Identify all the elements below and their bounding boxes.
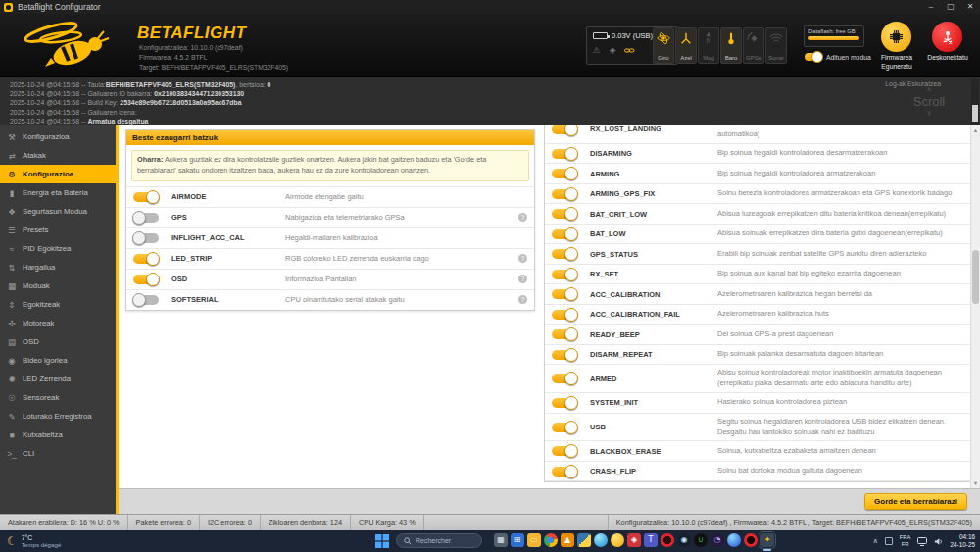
taskbar-app-icon[interactable]: [744, 533, 758, 547]
content-scrollbar[interactable]: ▲ ▼: [970, 125, 980, 488]
firmware-flasher-button[interactable]: [881, 22, 911, 52]
beeper-toggle[interactable]: [552, 374, 577, 383]
sidebar-item[interactable]: ■ Kutxabeltza: [0, 426, 116, 444]
log-scrollbar-thumb[interactable]: [972, 105, 978, 122]
taskbar-clock[interactable]: 04:16 24-10-25: [950, 533, 975, 549]
taskbar-app-icon[interactable]: ◉: [677, 533, 691, 547]
scrollbar-down-arrow[interactable]: ▼: [971, 478, 980, 488]
app-statusbar: Atakaren erabilera: D: 16 % U: 0 %Pakete…: [0, 514, 980, 530]
taskbar-app-icon[interactable]: [577, 533, 591, 547]
sidebar-item[interactable]: ▮ Energia eta Bateria: [0, 183, 116, 202]
content-scrollbar-thumb[interactable]: [972, 250, 979, 304]
beeper-toggle[interactable]: [552, 398, 577, 408]
beeper-toggle[interactable]: [552, 209, 577, 219]
sidebar-item[interactable]: ✺ LED Zerrenda: [0, 370, 116, 388]
sidebar-item[interactable]: >_ CLI: [0, 444, 116, 463]
help-icon[interactable]: ?: [518, 275, 527, 283]
beeper-toggle[interactable]: [552, 329, 577, 339]
taskbar-app-icon[interactable]: ◈: [627, 533, 641, 547]
tray-app-icon[interactable]: [885, 537, 893, 545]
beeper-toggle[interactable]: [552, 350, 577, 360]
beeper-toggle[interactable]: [552, 446, 577, 456]
taskbar-app-icon[interactable]: ●: [544, 533, 558, 547]
sidebar-item[interactable]: ≈ PID Egokitzea: [0, 239, 116, 258]
scroll-down-icon[interactable]: ∨: [904, 110, 955, 116]
scroll-up-icon[interactable]: ∧: [904, 86, 955, 92]
app-header: BETAFLIGHT Konfiguratzailea: 10.10.0 (c9…: [0, 14, 980, 76]
expert-mode-toggle[interactable]: [805, 53, 822, 61]
help-icon[interactable]: ?: [518, 254, 527, 263]
taskbar-app-glyph: ◔: [714, 533, 721, 547]
feature-toggle[interactable]: [133, 192, 159, 202]
feature-toggle[interactable]: [133, 254, 159, 264]
sidebar-item[interactable]: ⚒ Konfigurazioa: [0, 127, 116, 146]
sidebar-item[interactable]: ✣ Motoreak: [0, 314, 116, 332]
help-icon[interactable]: ?: [518, 213, 527, 222]
sidebar-item[interactable]: ⇕ Egokitzeak: [0, 295, 116, 314]
taskbar-app-icon[interactable]: ▲: [561, 533, 574, 547]
taskbar-app-icon[interactable]: [727, 533, 741, 547]
taskbar-app-icon[interactable]: [594, 533, 608, 547]
log-console[interactable]: 2025-10-24 @04:15:58 -- Taula:BEFH/BETAF…: [0, 76, 980, 125]
maximize-button[interactable]: ▢: [941, 0, 960, 14]
start-button[interactable]: [375, 534, 389, 548]
beeper-row: BAT_LOW Abisua soinuak errepikatzen dira…: [545, 224, 971, 244]
sidebar-item-icon: ⇄: [7, 151, 17, 161]
sidebar-item[interactable]: ◉ Bideo igorlea: [0, 351, 116, 370]
sidebar-item[interactable]: ⇅ Hargailua: [0, 258, 116, 276]
taskbar-app-icon[interactable]: ✦: [760, 533, 774, 547]
beeper-toggle[interactable]: [552, 310, 577, 320]
sensor-label: Sonar: [768, 55, 784, 61]
system-tray: ∧ FRA FR 04:16 24-10-25: [873, 530, 975, 552]
volume-icon[interactable]: [934, 537, 943, 546]
network-icon[interactable]: [917, 537, 927, 546]
scrollbar-up-arrow[interactable]: ▲: [971, 125, 980, 135]
beeper-toggle[interactable]: [552, 189, 577, 199]
sidebar-item[interactable]: ☰ Presets: [0, 221, 116, 239]
sidebar-item[interactable]: ✎ Loturako Erregistroa: [0, 407, 116, 426]
beeper-toggle[interactable]: [552, 149, 577, 159]
sidebar-item[interactable]: ▦ Moduak: [0, 276, 116, 295]
search-input[interactable]: [416, 537, 474, 544]
taskbar-app-icon[interactable]: ◔: [710, 533, 724, 547]
taskbar-app-icon[interactable]: [611, 533, 624, 547]
sidebar-item[interactable]: ⚙ Konfigurazioa: [0, 165, 116, 183]
taskbar-app-icon[interactable]: ⊞: [511, 533, 524, 547]
taskbar-app-icon[interactable]: ▦: [494, 533, 508, 547]
beeper-toggle[interactable]: [552, 125, 577, 134]
taskbar-app-icon[interactable]: ▭: [527, 533, 541, 547]
sidebar-item[interactable]: ▤ OSD: [0, 332, 116, 351]
beeper-toggle[interactable]: [552, 467, 577, 477]
sidebar-item-label: Atakak: [23, 151, 46, 160]
close-button[interactable]: ✕: [960, 0, 980, 14]
beeper-toggle[interactable]: [552, 270, 577, 279]
language-indicator[interactable]: FRA FR: [900, 534, 911, 548]
taskbar-app-icon[interactable]: ∪: [694, 533, 708, 547]
feature-toggle[interactable]: [133, 233, 159, 243]
beeper-toggle[interactable]: [552, 289, 577, 299]
minimize-button[interactable]: –: [921, 0, 941, 14]
beeper-toggle[interactable]: [552, 249, 577, 259]
tray-chevron-icon[interactable]: ∧: [873, 537, 878, 545]
taskbar-app-icon[interactable]: T: [644, 533, 658, 547]
beeper-toggle[interactable]: [552, 423, 577, 432]
disconnect-label[interactable]: Deskonektatu: [916, 54, 979, 63]
feature-toggle[interactable]: [133, 275, 159, 284]
taskbar-search[interactable]: [396, 533, 482, 548]
sidebar-item[interactable]: ☉ Sensoreak: [0, 388, 116, 407]
feature-toggle[interactable]: [133, 295, 159, 305]
disconnect-button[interactable]: [932, 22, 962, 52]
taskbar-app-icons: ▦ ⊞ ▭ ● ▲: [494, 533, 774, 547]
save-and-reboot-button[interactable]: Gorde eta berrabiarazi: [864, 493, 967, 510]
weather-temperature: 7°C: [22, 534, 62, 542]
help-icon[interactable]: ?: [518, 295, 527, 304]
beeper-toggle[interactable]: [552, 169, 577, 178]
log-scrollbar[interactable]: [971, 79, 979, 125]
beeper-toggle[interactable]: [552, 229, 577, 239]
log-scroll-widget[interactable]: ∧ Scroll ∨: [904, 86, 955, 116]
feature-toggle[interactable]: [133, 213, 159, 223]
taskbar-app-icon[interactable]: [661, 533, 674, 547]
sidebar-item[interactable]: ❖ Segurtasun Modua: [0, 202, 116, 221]
sidebar-item[interactable]: ⇄ Atakak: [0, 146, 116, 165]
weather-widget[interactable]: ☾ 7°C Temps dégagé: [0, 534, 61, 549]
